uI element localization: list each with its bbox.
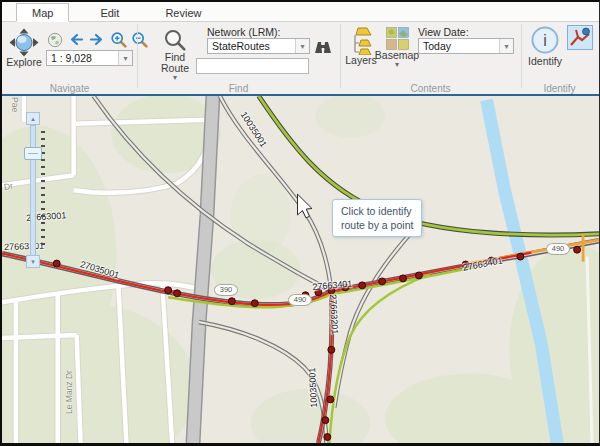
scale-dropdown-arrow[interactable]: ▾ [118,51,132,65]
route-vertex [174,290,181,297]
find-group-label: Find [137,83,340,94]
identify-tooltip: Click to identify route by a point [332,199,422,237]
route-vertex [251,300,258,307]
route-vertex [488,257,495,264]
svg-text:i: i [543,32,547,49]
zoom-in-button[interactable] [109,31,127,48]
app-window: Map Edit Review Explore [0,0,600,446]
group-separator [137,24,138,88]
route-vertex [517,253,524,260]
find-route-magnifier-icon [163,28,187,52]
view-date-combobox[interactable]: Today ▾ [418,38,514,54]
route-vertex [165,287,172,294]
map-canvas[interactable] [2,96,599,443]
slider-handle[interactable] [24,147,42,160]
network-lrm-label: Network (LRM): [207,26,281,38]
basemap-button[interactable]: Basemap ▾ [379,27,415,68]
identify-group-label: Identify [521,83,598,94]
tab-edit[interactable]: Edit [85,4,134,21]
route-vertex [324,434,331,441]
find-route-button[interactable]: Find Route ▾ [154,28,196,81]
layers-legend-icon [348,27,374,55]
identify-button[interactable]: i Identify [526,26,564,67]
route-vertex [342,284,349,291]
next-extent-button[interactable] [88,31,106,48]
route-vertex [400,275,407,282]
slider-zoom-in-button[interactable]: ▲ [26,112,40,125]
scale-value: 1 : 9,028 [47,52,118,64]
map-viewport[interactable]: 2766300127663101270350011003500127663401… [2,96,599,443]
network-combobox[interactable]: StateRoutes ▾ [207,38,310,54]
route-vertex [415,272,422,279]
ribbon: Explore [2,22,599,94]
tab-map[interactable]: Map [16,3,69,22]
route-vertex [53,260,60,267]
identify-route-tool-toggle[interactable] [567,25,593,50]
slider-track[interactable] [30,125,36,257]
group-separator [521,24,522,88]
identify-route-icon [569,27,591,48]
explore-button[interactable]: Explore [5,28,43,68]
route-vertex [315,289,322,296]
route-vertex [228,298,235,305]
route-search-input[interactable] [196,58,309,74]
network-value: StateRoutes [208,40,295,52]
explore-compass-icon [9,28,39,57]
view-date-value: Today [419,40,499,52]
zoom-out-icon [131,31,148,48]
zoom-in-icon [110,31,127,48]
explore-label: Explore [6,57,42,68]
globe-icon [47,32,63,48]
view-date-dropdown-arrow[interactable]: ▾ [499,39,513,53]
find-route-dropdown-caret[interactable]: ▾ [173,74,177,81]
zoom-out-button[interactable] [130,31,148,48]
basemap-dropdown-caret[interactable]: ▾ [395,61,399,68]
view-date-label: View Date: [418,26,469,38]
tooltip-line2: route by a point [341,218,413,232]
basemap-tiles-icon [386,27,409,50]
forward-arrow-icon [89,32,105,47]
route-vertex [302,292,309,299]
route-vertex [359,282,366,289]
route-vertex [328,287,335,294]
tooltip-line1: Click to identify [341,204,413,218]
search-routes-button[interactable] [314,38,332,55]
navigate-group-label: Navigate [2,83,137,94]
identify-info-icon: i [529,26,561,56]
route-vertex [574,246,581,253]
network-dropdown-arrow[interactable]: ▾ [295,39,309,53]
slider-zoom-out-button[interactable]: ▼ [26,255,40,268]
route-vertex [327,396,334,403]
back-arrow-icon [68,32,84,47]
tab-review[interactable]: Review [150,4,216,21]
scale-combobox[interactable]: 1 : 9,028 ▾ [46,50,133,66]
route-vertex [322,417,329,424]
contents-group-label: Contents [340,83,521,94]
identify-label: Identify [528,56,562,67]
layers-button[interactable]: Layers [345,27,377,66]
layers-label: Layers [345,55,377,66]
full-extent-button[interactable] [46,31,64,48]
group-separator [340,24,341,88]
navigate-small-buttons [46,31,148,48]
ribbon-tab-bar: Map Edit Review [2,2,599,22]
previous-extent-button[interactable] [67,31,85,48]
route-vertex [462,261,469,268]
route-vertex [379,278,386,285]
binoculars-icon [314,39,332,54]
route-vertex [328,346,335,353]
